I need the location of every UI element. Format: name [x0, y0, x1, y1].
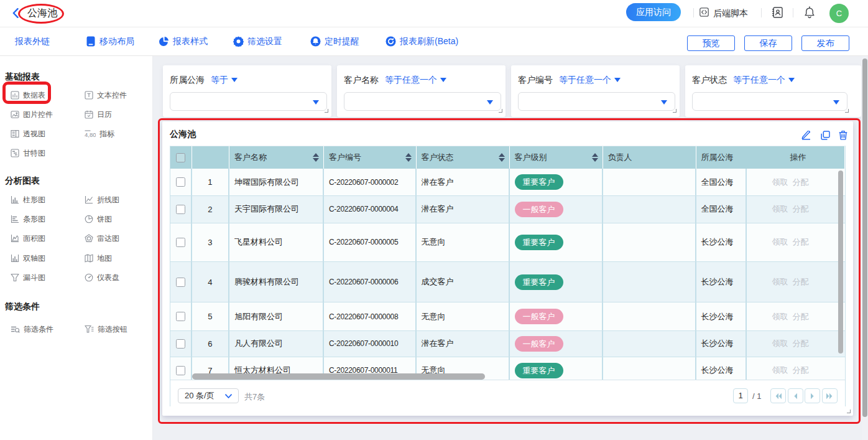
svg-text:4,80: 4,80 [85, 131, 96, 138]
